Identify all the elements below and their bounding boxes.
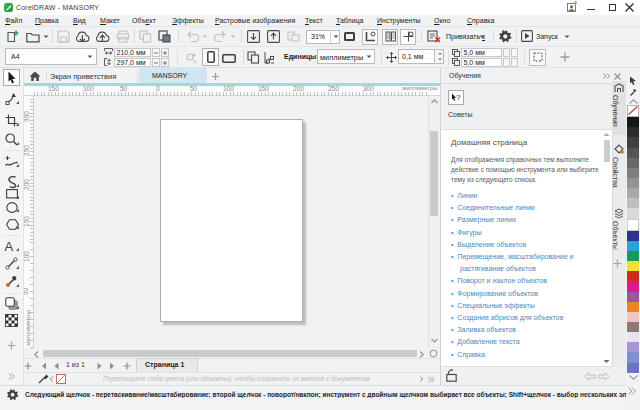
svg-text:?: ? [456, 93, 461, 102]
